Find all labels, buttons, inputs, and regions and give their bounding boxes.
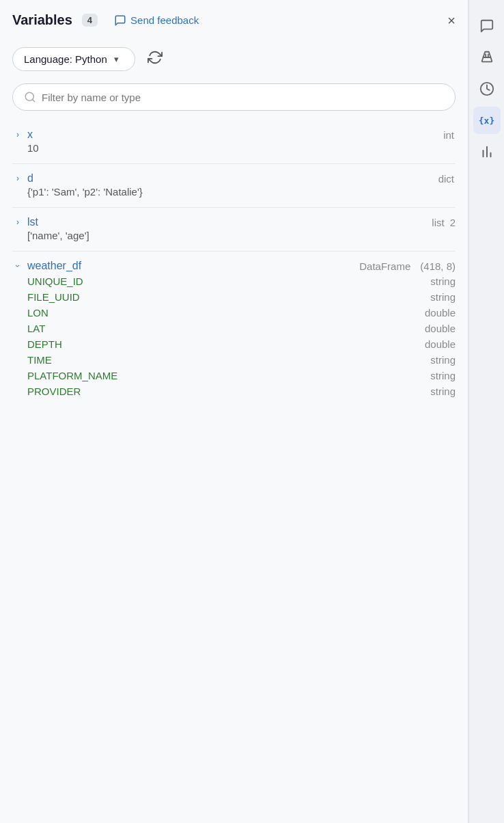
df-col-row-platform-name: PLATFORM_NAME string	[27, 368, 456, 383]
var-type-weather-df: DataFrame	[359, 260, 410, 272]
feedback-icon	[114, 14, 126, 27]
svg-line-1	[32, 99, 34, 101]
df-col-type-unique-id: string	[430, 275, 456, 287]
expand-arrow-weather-df[interactable]: ›	[13, 260, 23, 271]
close-button[interactable]: ×	[447, 14, 456, 27]
variable-header-d: › d dict	[12, 167, 456, 186]
divider	[12, 163, 456, 164]
df-col-name-file-uuid: FILE_UUID	[27, 291, 80, 303]
var-name-weather-df: weather_df	[27, 260, 355, 272]
var-name-d: d	[27, 172, 434, 185]
df-columns: UNIQUE_ID string FILE_UUID string LON do…	[12, 273, 456, 406]
variable-item-x: › x int 10	[12, 123, 456, 164]
df-col-type-platform-name: string	[430, 370, 456, 381]
df-col-row-lon: LON double	[27, 305, 456, 321]
send-feedback-button[interactable]: Send feedback	[114, 14, 199, 27]
df-col-row-file-uuid: FILE_UUID string	[27, 289, 456, 305]
search-icon	[24, 91, 36, 103]
variable-header-weather-df: › weather_df DataFrame (418, 8)	[12, 254, 456, 273]
toolbar: Language: Python ▾	[0, 40, 468, 78]
divider	[12, 207, 456, 208]
variable-item-d: › d dict {'p1': 'Sam', 'p2': 'Natalie'}	[12, 167, 456, 208]
df-col-name-unique-id: UNIQUE_ID	[27, 275, 83, 287]
filter-input[interactable]	[42, 92, 444, 103]
history-icon	[479, 81, 494, 96]
df-col-type-time: string	[430, 354, 456, 366]
flask-icon	[479, 50, 494, 65]
chat-sidebar-icon[interactable]	[473, 12, 501, 40]
df-col-type-provider: string	[430, 386, 456, 397]
df-col-name-provider: PROVIDER	[27, 386, 81, 397]
var-value-d: {'p1': 'Sam', 'p2': 'Natalie'}	[12, 186, 456, 204]
variable-header-lst: › lst list 2	[12, 211, 456, 230]
var-name-x: x	[27, 129, 439, 141]
chart-sidebar-icon[interactable]	[473, 138, 501, 165]
var-value-x: 10	[12, 142, 456, 161]
df-col-type-file-uuid: string	[430, 291, 456, 303]
var-name-lst: lst	[27, 216, 428, 228]
df-col-name-time: TIME	[27, 354, 52, 366]
panel-title: Variables	[12, 12, 72, 28]
expand-arrow-d[interactable]: ›	[12, 174, 23, 183]
df-col-row-depth: DEPTH double	[27, 336, 456, 352]
variable-item-lst: › lst list 2 ['name', 'age']	[12, 211, 456, 252]
var-value-lst: ['name', 'age']	[12, 230, 456, 248]
df-col-type-lon: double	[425, 307, 456, 319]
chevron-down-icon: ▾	[114, 54, 119, 64]
var-extra-lst: 2	[450, 217, 456, 228]
df-col-name-platform-name: PLATFORM_NAME	[27, 370, 117, 381]
df-col-row-provider: PROVIDER string	[27, 383, 456, 399]
expand-arrow-lst[interactable]: ›	[12, 217, 23, 227]
var-type-x: int	[443, 129, 454, 141]
var-type-d: dict	[438, 173, 454, 185]
var-extra-weather-df: (418, 8)	[420, 260, 456, 272]
variables-icon-label: {x}	[479, 116, 494, 126]
var-type-lst: list	[432, 217, 444, 228]
chat-icon	[479, 18, 494, 33]
df-col-row-time: TIME string	[27, 352, 456, 368]
variable-item-weather-df: › weather_df DataFrame (418, 8) UNIQUE_I…	[12, 254, 456, 406]
language-label: Language: Python	[24, 53, 107, 65]
df-col-type-depth: double	[425, 338, 456, 350]
variable-count-badge: 4	[82, 14, 98, 27]
refresh-icon	[148, 50, 163, 65]
df-col-row-lat: LAT double	[27, 321, 456, 336]
df-col-row-unique-id: UNIQUE_ID string	[27, 273, 456, 289]
variables-sidebar-icon[interactable]: {x}	[473, 107, 501, 134]
df-col-type-lat: double	[425, 323, 456, 334]
chart-icon	[479, 144, 494, 159]
sidebar: {x}	[468, 0, 504, 823]
refresh-button[interactable]	[143, 46, 167, 72]
df-col-name-depth: DEPTH	[27, 338, 62, 350]
df-col-name-lon: LON	[27, 307, 48, 319]
filter-bar	[0, 78, 468, 123]
filter-input-wrapper	[12, 83, 456, 111]
variable-header-x: › x int	[12, 123, 456, 142]
flask-sidebar-icon[interactable]	[473, 44, 501, 71]
divider	[12, 251, 456, 252]
variables-list: › x int 10 › d dict {'p1': 'Sam', 'p2': …	[0, 123, 468, 823]
expand-arrow-x[interactable]: ›	[12, 130, 23, 139]
language-select[interactable]: Language: Python ▾	[12, 47, 135, 71]
df-col-name-lat: LAT	[27, 323, 45, 334]
header: Variables 4 Send feedback ×	[0, 0, 468, 40]
history-sidebar-icon[interactable]	[473, 75, 501, 103]
